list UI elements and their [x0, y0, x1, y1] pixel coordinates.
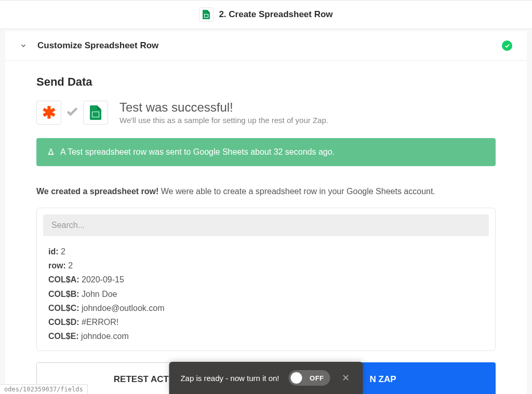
field-list: id: 2row: 2COL$A: 2020-09-15COL$B: John … [37, 242, 495, 350]
field-row: id: 2 [48, 244, 484, 259]
send-data-heading: Send Data [36, 75, 496, 89]
field-row: COL$B: John Doe [48, 287, 484, 301]
result-heading: Test was successful! [119, 100, 328, 115]
status-success-icon [502, 40, 512, 51]
step-header: 2. Create Spreadsheet Row [0, 0, 532, 29]
success-banner: A Test spreadsheet row was sent to Googl… [36, 138, 496, 166]
toast-text: Zap is ready - now turn it on! [180, 374, 279, 383]
field-row: COL$C: johndoe@outlook.com [48, 301, 484, 315]
sheets-icon [199, 7, 214, 22]
close-icon[interactable]: ✕ [340, 372, 352, 384]
field-row: row: 2 [48, 259, 484, 273]
banner-text: A Test spreadsheet row was sent to Googl… [60, 147, 335, 157]
search-input[interactable] [43, 214, 489, 236]
section-title: Customize Spreadsheet Row [37, 40, 502, 51]
ready-toast: Zap is ready - now turn it on! OFF ✕ [169, 362, 363, 394]
created-message: We created a spreadsheet row! We were ab… [36, 187, 496, 196]
customize-section-header[interactable]: Customize Spreadsheet Row [5, 31, 527, 61]
on-off-toggle[interactable]: OFF [289, 370, 330, 386]
sheets-icon [83, 101, 108, 125]
result-subtext: We'll use this as a sample for setting u… [119, 116, 328, 125]
checkmark-icon [65, 105, 79, 120]
field-row: COL$A: 2020-09-15 [48, 273, 484, 287]
step-title: 2. Create Spreadsheet Row [219, 9, 332, 20]
zapier-icon: ✱ [36, 101, 61, 125]
flask-icon [47, 148, 55, 156]
chevron-down-icon [20, 42, 27, 49]
toggle-label: OFF [310, 374, 324, 382]
field-row: COL$D: #ERROR! [48, 315, 484, 329]
flow-row: ✱ Test was successful! We'll use this as… [36, 100, 496, 125]
status-url-hint: odes/102359037/fields [0, 384, 88, 394]
results-box: id: 2row: 2COL$A: 2020-09-15COL$B: John … [36, 208, 496, 351]
field-row: COL$E: johndoe.com [48, 329, 484, 343]
